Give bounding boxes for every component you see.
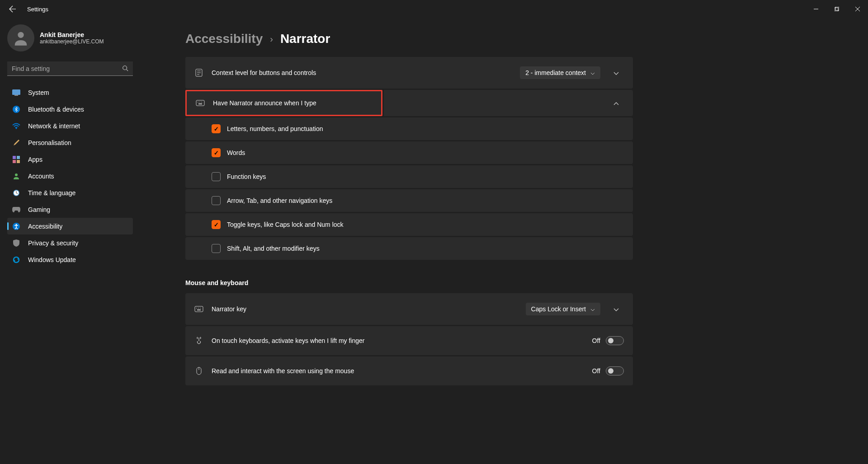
checkbox-row-shift[interactable]: Shift, Alt, and other modifier keys bbox=[185, 237, 633, 260]
titlebar: Settings bbox=[0, 0, 868, 18]
close-button[interactable] bbox=[847, 2, 868, 16]
search-icon bbox=[122, 65, 128, 73]
dropdown-value: 2 - immediate context bbox=[525, 69, 586, 76]
checkbox-row-arrow[interactable]: Arrow, Tab, and other navigation keys bbox=[185, 189, 633, 212]
touch-keyboard-toggle[interactable] bbox=[606, 336, 624, 345]
keyboard-icon bbox=[196, 98, 205, 108]
minimize-button[interactable] bbox=[806, 2, 826, 16]
sidebar-item-apps[interactable]: Apps bbox=[7, 151, 133, 168]
chevron-down-icon bbox=[590, 305, 595, 313]
sidebar-item-label: Windows Update bbox=[28, 256, 76, 263]
breadcrumb: Accessibility › Narrator bbox=[185, 32, 841, 46]
sidebar-item-system[interactable]: System bbox=[7, 84, 133, 101]
back-button[interactable] bbox=[7, 4, 18, 14]
breadcrumb-parent[interactable]: Accessibility bbox=[185, 32, 263, 46]
svg-rect-25 bbox=[196, 100, 204, 106]
setting-label: On touch keyboards, activate keys when I… bbox=[212, 337, 584, 344]
maximize-icon bbox=[835, 7, 839, 11]
expand-button[interactable] bbox=[609, 65, 624, 80]
system-icon bbox=[12, 88, 21, 97]
svg-point-27 bbox=[199, 102, 200, 103]
update-icon bbox=[12, 255, 21, 264]
toggle-state: Off bbox=[592, 337, 600, 344]
brush-icon bbox=[12, 138, 21, 147]
checkbox-row-function[interactable]: Function keys bbox=[185, 165, 633, 188]
mouse-read-toggle[interactable] bbox=[606, 366, 624, 375]
setting-label: Have Narrator announce when I type bbox=[213, 99, 372, 107]
maximize-button[interactable] bbox=[826, 2, 847, 16]
collapse-button[interactable] bbox=[609, 95, 624, 111]
setting-context-level[interactable]: Context level for buttons and controls 2… bbox=[185, 57, 633, 89]
checkbox-letters[interactable] bbox=[212, 124, 221, 133]
sidebar-item-time[interactable]: Time & language bbox=[7, 184, 133, 201]
main-content: Accessibility › Narrator Context level f… bbox=[140, 18, 868, 464]
setting-touch-keyboard[interactable]: On touch keyboards, activate keys when I… bbox=[185, 326, 633, 355]
checkbox-shift[interactable] bbox=[212, 244, 221, 253]
document-icon bbox=[194, 68, 203, 77]
search-input[interactable] bbox=[7, 61, 133, 76]
svg-point-26 bbox=[198, 102, 198, 103]
svg-rect-29 bbox=[198, 103, 202, 104]
checkbox-arrow[interactable] bbox=[212, 196, 221, 205]
checkbox-words[interactable] bbox=[212, 148, 221, 157]
sidebar-item-label: Gaming bbox=[28, 206, 50, 213]
narrator-key-dropdown[interactable]: Caps Lock or Insert bbox=[526, 303, 600, 315]
user-name: Ankit Banerjee bbox=[40, 31, 104, 38]
sidebar-item-label: Apps bbox=[28, 156, 42, 163]
keyboard-icon bbox=[194, 305, 203, 314]
apps-icon bbox=[12, 155, 21, 164]
checkbox-row-letters[interactable]: Letters, numbers, and punctuation bbox=[185, 117, 633, 140]
setting-label: Context level for buttons and controls bbox=[212, 69, 512, 76]
setting-announce-type[interactable]: Have Narrator announce when I type bbox=[185, 90, 382, 116]
minimize-icon bbox=[814, 7, 818, 11]
sidebar-item-bluetooth[interactable]: Bluetooth & devices bbox=[7, 101, 133, 117]
chevron-down-icon bbox=[613, 306, 619, 313]
svg-rect-1 bbox=[835, 8, 838, 11]
person-icon bbox=[12, 29, 30, 47]
svg-line-7 bbox=[127, 70, 128, 71]
sidebar-item-label: Accessibility bbox=[28, 223, 62, 230]
accessibility-icon bbox=[12, 222, 21, 231]
sidebar-item-accounts[interactable]: Accounts bbox=[7, 168, 133, 184]
app-title: Settings bbox=[27, 6, 48, 13]
svg-point-32 bbox=[198, 308, 199, 309]
sidebar-item-update[interactable]: Windows Update bbox=[7, 251, 133, 268]
checkbox-label: Function keys bbox=[227, 173, 266, 180]
sidebar-item-accessibility[interactable]: Accessibility bbox=[7, 218, 133, 234]
bluetooth-icon bbox=[12, 105, 21, 114]
checkbox-toggle[interactable] bbox=[212, 220, 221, 229]
expand-button[interactable] bbox=[609, 301, 624, 317]
breadcrumb-current: Narrator bbox=[280, 32, 330, 46]
sidebar-item-label: System bbox=[28, 89, 49, 96]
svg-rect-12 bbox=[13, 156, 16, 159]
svg-rect-30 bbox=[195, 306, 203, 312]
sidebar-item-label: Network & internet bbox=[28, 122, 80, 130]
chevron-down-icon bbox=[590, 69, 595, 76]
svg-point-33 bbox=[200, 308, 201, 309]
setting-mouse-read[interactable]: Read and interact with the screen using … bbox=[185, 356, 633, 385]
section-title-mouse: Mouse and keyboard bbox=[185, 279, 633, 286]
user-section[interactable]: Ankit Banerjee ankitbanerjee@LIVE.COM bbox=[7, 24, 133, 52]
sidebar-item-network[interactable]: Network & internet bbox=[7, 117, 133, 134]
sidebar-item-label: Bluetooth & devices bbox=[28, 106, 84, 113]
checkbox-row-words[interactable]: Words bbox=[185, 141, 633, 164]
context-level-dropdown[interactable]: 2 - immediate context bbox=[520, 66, 600, 79]
sidebar-item-label: Privacy & security bbox=[28, 239, 78, 247]
sidebar-item-gaming[interactable]: Gaming bbox=[7, 201, 133, 218]
checkbox-row-toggle[interactable]: Toggle keys, like Caps lock and Num lock bbox=[185, 213, 633, 236]
setting-announce-rest[interactable] bbox=[384, 90, 633, 116]
svg-rect-2 bbox=[835, 7, 839, 10]
sidebar-item-personalisation[interactable]: Personalisation bbox=[7, 134, 133, 151]
checkbox-function[interactable] bbox=[212, 172, 221, 181]
setting-narrator-key[interactable]: Narrator key Caps Lock or Insert bbox=[185, 293, 633, 325]
svg-point-6 bbox=[123, 66, 127, 70]
sidebar-item-label: Personalisation bbox=[28, 139, 71, 146]
svg-point-11 bbox=[16, 127, 17, 129]
avatar bbox=[7, 24, 34, 52]
touch-icon bbox=[194, 336, 203, 345]
svg-point-31 bbox=[196, 308, 197, 309]
checkbox-label: Toggle keys, like Caps lock and Num lock bbox=[227, 221, 344, 228]
sidebar-item-label: Accounts bbox=[28, 173, 54, 180]
sidebar-item-privacy[interactable]: Privacy & security bbox=[7, 234, 133, 251]
nav-list: System Bluetooth & devices Network & int… bbox=[7, 84, 133, 268]
